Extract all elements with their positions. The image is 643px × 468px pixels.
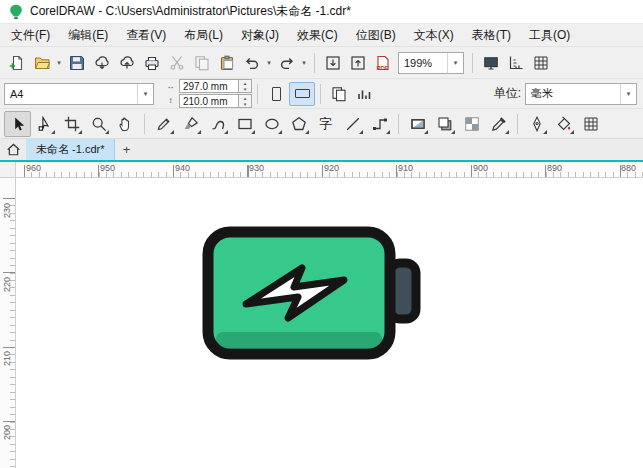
units-dropdown-arrow[interactable]: ▾: [620, 84, 636, 104]
open-from-cloud-button[interactable]: [89, 50, 114, 75]
drawing-canvas[interactable]: [16, 178, 643, 468]
menu-layout[interactable]: 布局(L): [175, 25, 232, 46]
paste-button[interactable]: [214, 50, 239, 75]
crop-tool[interactable]: [58, 111, 85, 137]
horizontal-ruler[interactable]: 960 950 940 930 920 910 900 890 880: [16, 162, 643, 178]
page-size-combo[interactable]: A4 ▾: [4, 83, 154, 105]
color-eyedropper-tool[interactable]: [485, 111, 512, 137]
pick-arrow-icon: [10, 116, 26, 132]
text-tool[interactable]: 字: [312, 111, 339, 137]
undo-dropdown-arrow[interactable]: ▾: [264, 51, 274, 75]
new-tab-button[interactable]: +: [115, 139, 137, 160]
ruler-origin-corner[interactable]: [0, 162, 16, 178]
import-icon: [325, 55, 341, 71]
page-width-stepper[interactable]: ▴ ▾: [239, 79, 252, 93]
pencil-icon: [156, 116, 172, 132]
vruler-label: 200: [2, 425, 12, 440]
curve-tool[interactable]: [204, 111, 231, 137]
shape-arrow-icon: [37, 116, 53, 132]
page-height-field[interactable]: 210.0 mm: [179, 94, 239, 108]
smart-fill-tool[interactable]: [550, 111, 577, 137]
import-button[interactable]: [320, 50, 345, 75]
zoom-tool[interactable]: [85, 111, 112, 137]
page-width-field[interactable]: 297.0 mm: [179, 79, 239, 93]
export-icon: [350, 55, 366, 71]
width-arrow-icon: ↔: [164, 80, 177, 94]
menu-effects[interactable]: 效果(C): [288, 25, 347, 46]
redo-button[interactable]: [274, 50, 299, 75]
vertical-ruler[interactable]: 230 220 210 200: [0, 178, 16, 468]
zoom-dropdown-arrow[interactable]: ▾: [447, 53, 463, 73]
undo-icon: [244, 55, 260, 71]
hruler-label: 940: [175, 163, 190, 173]
open-dropdown-arrow[interactable]: ▾: [54, 51, 64, 75]
units-label: 单位:: [494, 85, 521, 102]
menu-view[interactable]: 查看(V): [117, 25, 175, 46]
workspace: 960 950 940 930 920 910 900 890 880 230 …: [0, 162, 643, 468]
pick-tool[interactable]: [4, 111, 31, 137]
polygon-tool[interactable]: [285, 111, 312, 137]
page-height-stepper[interactable]: ▴ ▾: [239, 94, 252, 108]
artistic-media-tool[interactable]: [177, 111, 204, 137]
menu-bitmaps[interactable]: 位图(B): [347, 25, 405, 46]
save-icon: [69, 55, 85, 71]
drop-shadow-tool[interactable]: [431, 111, 458, 137]
menu-file[interactable]: 文件(F): [2, 25, 59, 46]
show-rulers-button[interactable]: [503, 50, 528, 75]
hruler-label: 950: [100, 163, 115, 173]
text-tool-icon: 字: [319, 115, 332, 133]
dimension-tool[interactable]: [339, 111, 366, 137]
eyedropper-icon: [491, 116, 507, 132]
rectangle-tool[interactable]: [231, 111, 258, 137]
all-pages-button[interactable]: [326, 81, 351, 106]
menu-table[interactable]: 表格(T): [463, 25, 520, 46]
hruler-label: 920: [324, 163, 339, 173]
outline-pen-tool[interactable]: [523, 111, 550, 137]
export-button[interactable]: [345, 50, 370, 75]
cloud-upload-icon: [119, 55, 135, 71]
title-bar: CorelDRAW - C:\Users\Administrator\Pictu…: [0, 0, 643, 24]
pdf-label: PDF: [377, 65, 389, 71]
menu-object[interactable]: 对象(J): [232, 25, 288, 46]
page-bars-icon: [356, 86, 372, 102]
print-button[interactable]: [139, 50, 164, 75]
redo-dropdown-arrow[interactable]: ▾: [299, 51, 309, 75]
open-button[interactable]: [29, 50, 54, 75]
zoom-level-combo[interactable]: 199% ▾: [398, 52, 464, 74]
current-page-button[interactable]: [351, 81, 376, 106]
welcome-screen-button[interactable]: [0, 139, 26, 160]
new-document-button[interactable]: [4, 50, 29, 75]
zoom-level-value: 199%: [399, 57, 447, 69]
page-size-dropdown-arrow[interactable]: ▾: [137, 84, 153, 104]
save-button[interactable]: [64, 50, 89, 75]
portrait-button[interactable]: [263, 82, 289, 106]
freehand-tool[interactable]: [150, 111, 177, 137]
battery-artwork[interactable]: [202, 226, 442, 372]
ellipse-tool[interactable]: [258, 111, 285, 137]
interactive-fill-tool[interactable]: [404, 111, 431, 137]
magnifier-icon: [91, 116, 107, 132]
publish-pdf-button[interactable]: PDF: [370, 50, 395, 75]
menu-edit[interactable]: 编辑(E): [59, 25, 117, 46]
document-tab-active[interactable]: 未命名 -1.cdr*: [26, 139, 115, 160]
pages-icon: [331, 86, 347, 102]
pan-tool[interactable]: [112, 111, 139, 137]
save-to-cloud-button[interactable]: [114, 50, 139, 75]
cut-button[interactable]: [164, 50, 189, 75]
undo-button[interactable]: [239, 50, 264, 75]
fullscreen-preview-button[interactable]: [478, 50, 503, 75]
units-combo[interactable]: 毫米 ▾: [525, 83, 637, 105]
landscape-button[interactable]: [289, 82, 315, 106]
connector-tool[interactable]: [366, 111, 393, 137]
spin-down-icon[interactable]: ▾: [239, 101, 251, 107]
printer-icon: [144, 55, 160, 71]
shape-tool[interactable]: [31, 111, 58, 137]
show-grid-button[interactable]: [528, 50, 553, 75]
mesh-fill-tool[interactable]: [577, 111, 604, 137]
copy-button[interactable]: [189, 50, 214, 75]
menu-text[interactable]: 文本(X): [405, 25, 463, 46]
menu-tools[interactable]: 工具(O): [520, 25, 579, 46]
hruler-label: 910: [398, 163, 413, 173]
transparency-tool[interactable]: [458, 111, 485, 137]
spin-down-icon[interactable]: ▾: [239, 86, 251, 92]
